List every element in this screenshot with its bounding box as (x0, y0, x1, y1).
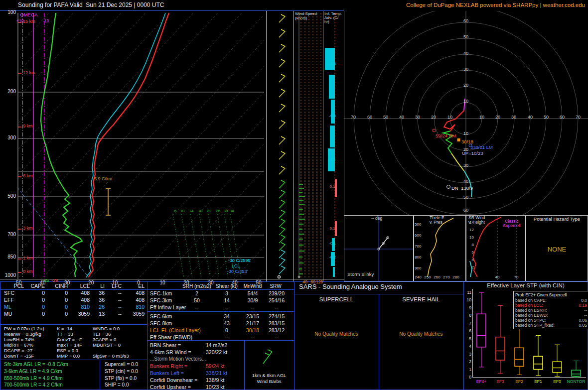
lapse-rate-item: 850-500mb LR = 4.9 C/km (4, 375, 68, 382)
height-label: 9 km (23, 124, 33, 129)
thermo-cell: PW = 0.07in (1-2σ) (4, 326, 57, 331)
pair-value: 320/22 kt (206, 349, 227, 355)
pressure-tick-label: 850 (1, 254, 16, 260)
kinematics-row: SFC-1km 2 3 54/4 239/20 (147, 290, 294, 297)
layer-mnwind: 21/17 (240, 320, 266, 326)
skewt-traces (41, 13, 169, 277)
lapse-rate-item: 3-6km AGL LR = 4.9 C/km (4, 368, 68, 375)
parcel-name: SFC (4, 290, 24, 297)
mixing-ratio-label: 34 (228, 209, 235, 214)
mixing-ratio-label: 18 (197, 209, 204, 214)
parcel-cape: 0 (24, 311, 45, 318)
pressure-tick-label: 500 (1, 193, 16, 199)
sr-wind-y-label: 12 (467, 228, 474, 233)
downshear-marker (447, 185, 450, 189)
layer-name: SFC-1km (150, 290, 172, 296)
parcel-table: PCLCAPECINHLCLLILFCEL SFC 0 0 408 36 -- … (4, 283, 145, 318)
legend-row: based on STPC: 0.06 (515, 318, 587, 323)
right-mover-marker (433, 129, 436, 132)
layer-srh: 2 (184, 290, 209, 296)
shear-layer-rows: SFC-6km 34 23/15 274/15 SFC-8km 43 21/17… (147, 313, 294, 341)
srw-header: SRW (264, 283, 288, 289)
parcel-li: 36 (90, 297, 105, 304)
hodograph-ring-label: 50 (460, 35, 471, 40)
legend-value: 0.05 (579, 323, 587, 328)
hodograph-ring-label: 40 (460, 179, 471, 184)
thermo-row: PW = 0.07in (1-2σ) K = -14 WNDG = 0.0 (4, 326, 146, 331)
vector-label: Corfidi Downshear = (150, 377, 197, 383)
legend-value: 0.0 (581, 298, 587, 303)
temp-adv-value: -1.6 (324, 62, 341, 66)
parcel-header-cell: LFC (105, 283, 122, 290)
dewpoint-trace (41, 13, 82, 277)
stp-y-tick-label: 11 (463, 290, 471, 295)
parcel-row: SFC 0 0 408 36 -- 408 (4, 290, 145, 297)
temp-adv-value: -0.2 (324, 256, 341, 260)
kinematics-pair-row: 4-6km SR Wind = 320/22 kt (147, 349, 294, 356)
thermo-cell: ESP = 0.0 (57, 348, 93, 353)
vector-value: 338/21 kt (206, 370, 227, 376)
omega-title: OMEGA (20, 12, 37, 17)
kinematics-panel: SRH (m2/s2) Shear (kt) MnWind SRW SFC-1k… (147, 281, 294, 390)
legend-label: based on LCL: (515, 303, 543, 308)
legend-row: based on STP_fixed: 0.05 (515, 323, 587, 328)
parcel-header-cell: LI (90, 283, 105, 290)
parcel-table-rows: SFC 0 0 408 36 -- 408 EFF 0 0 408 36 (4, 290, 145, 318)
legend-row: based on EBWD: -- (515, 313, 587, 318)
low-wind-barbs (279, 250, 285, 274)
sr-wind-x-label: 70 (512, 275, 520, 280)
parcel-cinh: 0 (45, 297, 68, 304)
pair-label: BRN Shear = (150, 342, 181, 348)
stp-title: Effective Layer STP (with CIN) (463, 282, 588, 288)
layer-mnwind: -- (240, 334, 266, 340)
stp-y-tick-label: 1 (463, 367, 471, 372)
layer-mnwind: 23/15 (240, 313, 266, 319)
thermo-cell: SigSvr = 0 m3/s3 (93, 353, 146, 359)
storm-motion-header: ...Storm Motion Vectors... (150, 356, 206, 362)
credit-text: College of DuPage NEXLAB powered via SHA… (406, 2, 585, 8)
height-label: 1 km (23, 256, 33, 261)
stp-y-tick-label: 2 (463, 359, 471, 364)
layer-mnwind: 54/4 (240, 290, 266, 296)
parcel-cinh: 0 (45, 304, 68, 311)
hodograph-ring-label: 30 (460, 67, 471, 72)
parcel-lfc: -- (105, 304, 122, 311)
stp-y-tick-label: 6 (463, 328, 471, 333)
theta-e-x-label: 260 (433, 275, 441, 280)
legend-value: -- (584, 308, 587, 313)
lcl-upper-annotation: -30 C/2595' (228, 259, 251, 263)
sr-wind-y-label: 14 (467, 221, 474, 225)
kinematics-row: Eff Inflow Layer -- -- -- -- (147, 304, 294, 311)
parcel-cape: 0 (24, 297, 45, 304)
layer-name: SFC-3km (150, 297, 172, 303)
thermo-cell: WNDG = 0.0 (93, 326, 146, 331)
mixing-ratio-label: 14 (188, 209, 195, 214)
mid-wind-barbs (279, 180, 285, 251)
station-circle (278, 276, 281, 278)
hodograph-ring-label: 50 (541, 115, 552, 120)
hodograph-ring-label: 30 (412, 115, 423, 120)
hodograph-ring-label: 60 (460, 19, 471, 24)
layer-mnwind: -- (240, 304, 266, 310)
composite-index-item: SHIP = 0.0 (105, 382, 138, 389)
stp-probability-legend: Prob EF2+ Given Supercell based on CAPE:… (513, 291, 588, 329)
thermo-row: MeanW = 0.3g/kg TT = 33 TEI = 36 (4, 331, 146, 337)
mixing-ratio-label: 26 (215, 209, 222, 214)
thermo-cell: TEI = 36 (93, 331, 146, 337)
parcel-lcl: 3059 (68, 311, 90, 318)
hodograph-vector-label: 59/24 RM (436, 133, 456, 138)
mnwind-header: MnWind (240, 283, 266, 289)
layer-srw: 239/20 (263, 290, 291, 296)
lapse-rate-item: 700-500mb LR = 4.2 C/km (4, 382, 68, 389)
parcel-lcl: 810 (68, 304, 90, 311)
layer-name: LCL-EL (Cloud Layer) (150, 327, 201, 333)
thermo-cell (93, 348, 146, 353)
legend-value: 0.06 (579, 318, 587, 323)
kinematics-row: SFC-8km 43 21/17 283/15 (147, 320, 294, 327)
storm-slinky-title: Storm Slinky (347, 272, 374, 277)
parcel-name: ML (4, 304, 24, 311)
panel-frame-lines (0, 11, 344, 281)
parcel-row: ML 0 0 810 26 -- 810 (4, 304, 145, 311)
mixing-ratio-label: 10 (179, 209, 186, 214)
hodograph-ring-label: 10 (460, 99, 471, 104)
